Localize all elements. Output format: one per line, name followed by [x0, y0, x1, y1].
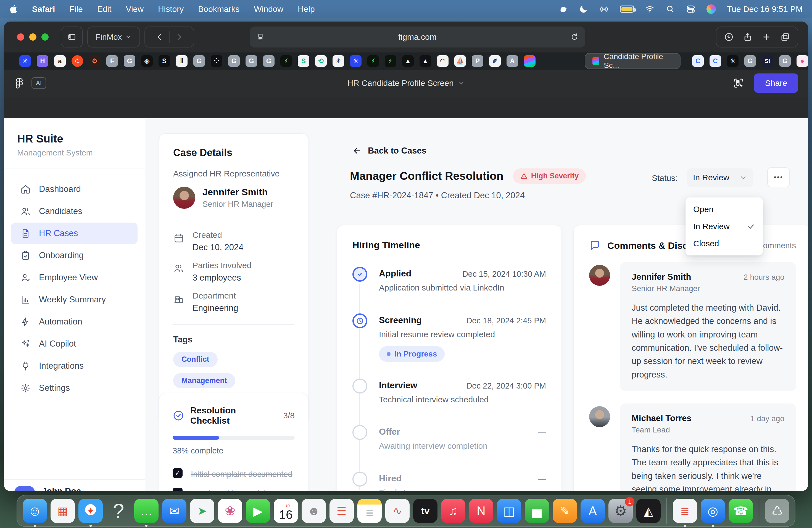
menu-history[interactable]: History: [158, 4, 184, 14]
dock-icon[interactable]: N: [469, 499, 493, 523]
dock-icon[interactable]: ?: [106, 499, 131, 523]
dock-icon[interactable]: …: [134, 499, 159, 523]
tab-candidate-profile[interactable]: Candidate Profile Sc...: [585, 53, 681, 69]
back-button[interactable]: [155, 33, 164, 41]
bookmark-favicon[interactable]: ✳: [727, 55, 739, 67]
bookmark-favicon[interactable]: C: [692, 55, 704, 67]
reload-icon[interactable]: [570, 33, 579, 41]
bookmark-favicon[interactable]: ▲: [420, 55, 431, 67]
bookmark-favicon[interactable]: G: [193, 55, 205, 67]
dock-icon[interactable]: ≣: [358, 499, 382, 523]
bookmark-favicon[interactable]: ✐: [489, 55, 501, 67]
figma-file-title[interactable]: HR Candidate Profile Screen: [347, 78, 465, 88]
checkbox-checked-icon[interactable]: ✓: [173, 468, 183, 478]
bookmark-favicon[interactable]: ⟲: [315, 55, 327, 67]
dock-icon[interactable]: ♫: [441, 499, 465, 523]
bookmark-favicon[interactable]: ◠: [437, 55, 449, 67]
sidebar-item-onboarding[interactable]: Onboarding: [11, 245, 137, 266]
wifi-icon[interactable]: [645, 4, 655, 14]
tab-overview-icon[interactable]: [781, 32, 790, 42]
dock-icon[interactable]: ◎: [701, 499, 725, 523]
sidebar-item-dashboard[interactable]: Dashboard: [11, 178, 137, 200]
dock-icon-calendar[interactable]: Tue 16: [274, 499, 298, 523]
bookmark-favicon[interactable]: F: [106, 55, 118, 67]
downloads-icon[interactable]: [724, 32, 734, 42]
checkbox-checked-icon[interactable]: ✓: [173, 488, 183, 491]
sidebar-item-employee-view[interactable]: Employee View: [11, 267, 137, 288]
zoom-window-button[interactable]: [41, 33, 48, 41]
more-options-button[interactable]: •••: [767, 167, 790, 187]
menu-option-open[interactable]: Open: [685, 201, 763, 218]
menu-help[interactable]: Help: [298, 4, 315, 14]
bookmark-favicon[interactable]: G: [124, 55, 135, 67]
sidebar-item-hr-cases[interactable]: HR Cases: [11, 223, 137, 244]
assigned-rep[interactable]: Jennifer Smith Senior HR Manager: [173, 187, 294, 209]
share-icon[interactable]: [743, 32, 752, 42]
dock-icon[interactable]: ✎: [553, 499, 577, 523]
dock-icon[interactable]: ◫: [497, 499, 521, 523]
apple-menu-icon[interactable]: [10, 4, 18, 14]
bookmark-favicon[interactable]: P: [472, 55, 483, 67]
bookmark-favicon[interactable]: A: [507, 55, 518, 67]
bookmark-favicon[interactable]: a: [54, 55, 66, 67]
bookmark-favicon[interactable]: C: [710, 55, 721, 67]
dock-icon[interactable]: ☰: [330, 499, 354, 523]
bookmark-favicon[interactable]: H: [37, 55, 48, 67]
menu-bar-clock[interactable]: Tue Dec 16 9:51 PM: [727, 4, 802, 14]
tag-pill[interactable]: Management: [173, 373, 235, 388]
sidebar-item-integrations[interactable]: Integrations: [11, 355, 137, 377]
focus-moon-icon[interactable]: [579, 4, 588, 14]
bookmark-favicon[interactable]: G: [744, 55, 756, 67]
dock-icon[interactable]: ➤: [190, 499, 214, 523]
back-to-cases-button[interactable]: Back to Cases: [352, 146, 426, 156]
status-dropdown[interactable]: In Review: [687, 168, 753, 187]
forward-button[interactable]: [175, 33, 184, 41]
dock-icon[interactable]: tv: [413, 499, 437, 523]
share-button[interactable]: Share: [754, 73, 798, 93]
siri-icon[interactable]: [707, 4, 716, 14]
dock-icon[interactable]: ∿: [385, 499, 410, 523]
checklist-item[interactable]: ✓ Meeting with complainant scheduled: [173, 488, 295, 491]
airdrop-icon[interactable]: [599, 4, 609, 14]
battery-icon[interactable]: [620, 5, 634, 13]
app-status-icon[interactable]: [559, 4, 568, 14]
bookmark-favicon[interactable]: ⛵: [454, 55, 466, 67]
dock-icon[interactable]: ≣: [673, 499, 697, 523]
bookmark-favicon[interactable]: ⁘: [211, 55, 222, 67]
bookmark-favicon[interactable]: G: [263, 55, 275, 67]
dev-mode-icon[interactable]: [733, 77, 744, 89]
menu-window[interactable]: Window: [254, 4, 284, 14]
sidebar-item-settings[interactable]: Settings: [11, 377, 137, 399]
bookmark-favicon[interactable]: ⚡: [280, 55, 292, 67]
dock-icon[interactable]: ☎: [729, 499, 753, 523]
bookmark-favicon[interactable]: G: [779, 55, 791, 67]
bookmark-favicon[interactable]: [524, 55, 536, 67]
sidebar-toggle-button[interactable]: [61, 27, 83, 47]
dock-icon[interactable]: ✉: [162, 499, 186, 523]
bookmark-favicon[interactable]: ⚡: [385, 55, 396, 67]
bookmark-favicon[interactable]: G: [246, 55, 257, 67]
bookmark-favicon[interactable]: ◈: [141, 55, 153, 67]
menu-edit[interactable]: Edit: [97, 4, 112, 14]
dock-icon[interactable]: ▦: [50, 499, 75, 523]
dock-icon[interactable]: ☻: [302, 499, 326, 523]
dock-icon[interactable]: ✦: [78, 499, 103, 523]
menu-option-in-review[interactable]: In Review: [685, 218, 763, 235]
dock-icon-trash[interactable]: ♺: [765, 499, 789, 523]
bookmark-favicon[interactable]: St: [762, 55, 773, 67]
bookmark-favicon[interactable]: S: [159, 55, 170, 67]
dock-icon[interactable]: ☺: [23, 499, 47, 523]
bookmark-favicon[interactable]: S: [298, 55, 309, 67]
menu-file[interactable]: File: [69, 4, 83, 14]
dock-icon[interactable]: ▅: [525, 499, 549, 523]
control-center-icon[interactable]: [686, 4, 695, 14]
sidebar-item-ai-copilot[interactable]: AI Copilot: [11, 333, 137, 355]
checklist-item[interactable]: ✓ Initial complaint documented: [173, 468, 295, 480]
new-tab-icon[interactable]: [762, 32, 771, 42]
bookmark-favicon[interactable]: ‖: [176, 55, 188, 67]
menu-view[interactable]: View: [126, 4, 143, 14]
bookmark-favicon[interactable]: ✳: [19, 55, 31, 67]
figma-logo-icon[interactable]: [14, 78, 25, 89]
figma-ai-badge[interactable]: AI: [31, 77, 46, 89]
sidebar-user[interactable]: JD John Doe HR Manager: [4, 480, 145, 491]
